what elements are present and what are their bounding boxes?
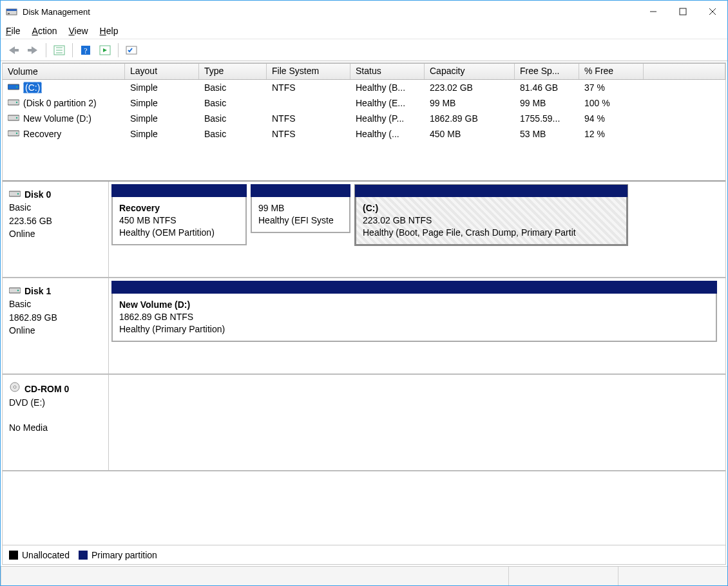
- cell-type: Basic: [199, 97, 267, 109]
- volume-list[interactable]: Volume Layout Type File System Status Ca…: [3, 63, 725, 182]
- disk-graphic-view: Disk 0 Basic 223.56 GB Online Recovery 4…: [3, 182, 725, 545]
- refresh-button[interactable]: [97, 43, 113, 58]
- cell-capacity: 223.02 GB: [425, 82, 515, 93]
- disk-pane: CD-ROM 0 DVD (E:) No Media: [3, 375, 725, 471]
- drive-icon: [8, 98, 19, 108]
- minimize-button[interactable]: [638, 1, 668, 23]
- toolbar: ?: [1, 39, 727, 61]
- window-title: Disk Management: [23, 7, 90, 17]
- partition-status: Healthy (Boot, Page File, Crash Dump, Pr…: [363, 227, 576, 238]
- partition[interactable]: New Volume (D:) 1862.89 GB NTFS Healthy …: [111, 281, 717, 371]
- toolbar-separator: [118, 43, 119, 57]
- toolbar-separator: [46, 43, 46, 57]
- cell-layout: Simple: [125, 113, 199, 124]
- col-header-freespace[interactable]: Free Sp...: [515, 64, 579, 79]
- menubar: File Action View Help: [1, 23, 727, 39]
- disk-size: 1862.89 GB: [9, 311, 102, 324]
- svg-rect-26: [9, 191, 21, 196]
- svg-rect-17: [126, 46, 137, 54]
- drive-icon: [8, 113, 19, 124]
- partition-status: Healthy (OEM Partition): [119, 227, 215, 238]
- disk-state: Online: [9, 227, 102, 240]
- svg-point-31: [14, 386, 16, 388]
- cell-layout: Simple: [125, 82, 199, 93]
- volume-row[interactable]: (C:) Simple Basic NTFS Healthy (B... 223…: [3, 80, 725, 95]
- partition-header: [111, 281, 717, 294]
- volume-row[interactable]: (Disk 0 partition 2) Simple Basic Health…: [3, 95, 725, 111]
- partition-size: 450 MB NTFS: [119, 215, 177, 225]
- volume-name: Recovery: [23, 129, 61, 139]
- disk-label[interactable]: Disk 0 Basic 223.56 GB Online: [3, 182, 109, 277]
- partition-title: (C:): [363, 203, 378, 213]
- partition[interactable]: (C:) 223.02 GB NTFS Healthy (Boot, Page …: [354, 184, 628, 274]
- cell-status: Healthy (E...: [350, 97, 425, 109]
- disk-name: Disk 1: [24, 285, 51, 298]
- cell-capacity: 99 MB: [425, 97, 515, 109]
- drive-icon: [9, 188, 21, 201]
- show-hide-console-tree-button[interactable]: [52, 43, 67, 58]
- volume-rows: (C:) Simple Basic NTFS Healthy (B... 223…: [3, 80, 725, 180]
- cell-capacity: 1862.89 GB: [425, 113, 515, 124]
- partition-body: (C:) 223.02 GB NTFS Healthy (Boot, Page …: [354, 197, 628, 246]
- cell-volume: Recovery: [3, 128, 125, 140]
- disk-partitions: [109, 375, 725, 470]
- cell-volume: (C:): [3, 81, 125, 94]
- close-button[interactable]: [698, 1, 727, 23]
- volume-name: New Volume (D:): [23, 113, 91, 124]
- svg-rect-1: [6, 9, 17, 11]
- disk-state: No Media: [9, 421, 102, 434]
- volume-list-header[interactable]: Volume Layout Type File System Status Ca…: [3, 63, 725, 80]
- col-header-capacity[interactable]: Capacity: [425, 64, 515, 79]
- cell-volume: (Disk 0 partition 2): [3, 97, 125, 109]
- disk-size: 223.56 GB: [9, 214, 102, 227]
- volume-row[interactable]: New Volume (D:) Simple Basic NTFS Health…: [3, 111, 725, 126]
- col-header-filesystem[interactable]: File System: [267, 64, 350, 79]
- status-cell: [618, 567, 727, 585]
- status-cell: [508, 567, 618, 585]
- partition-size: 223.02 GB NTFS: [363, 215, 432, 225]
- partition-body: Recovery 450 MB NTFS Healthy (OEM Partit…: [111, 197, 247, 245]
- disk-partitions: New Volume (D:) 1862.89 GB NTFS Healthy …: [109, 278, 725, 373]
- menu-view[interactable]: View: [69, 26, 88, 36]
- volume-row[interactable]: Recovery Simple Basic NTFS Healthy (... …: [3, 126, 725, 142]
- disk-management-window: Disk Management File Action View Help ? …: [0, 0, 728, 586]
- cell-type: Basic: [199, 113, 267, 124]
- drive-icon: [9, 285, 21, 298]
- disk-pane: Disk 1 Basic 1862.89 GB Online New Volum…: [3, 278, 725, 375]
- cell-status: Healthy (P...: [350, 113, 425, 124]
- svg-point-23: [16, 117, 17, 118]
- partition[interactable]: Recovery 450 MB NTFS Healthy (OEM Partit…: [111, 184, 247, 274]
- forward-button[interactable]: [25, 43, 41, 58]
- col-header-extra[interactable]: [644, 64, 725, 79]
- cell-status: Healthy (...: [350, 128, 425, 140]
- svg-marker-16: [103, 48, 107, 52]
- back-button[interactable]: [6, 43, 21, 58]
- menu-help[interactable]: Help: [100, 26, 119, 36]
- swatch-primary-icon: [79, 551, 88, 560]
- col-header-volume[interactable]: Volume: [3, 64, 125, 79]
- drive-icon: [8, 82, 19, 93]
- col-header-pctfree[interactable]: % Free: [579, 64, 644, 79]
- maximize-button[interactable]: [668, 1, 698, 23]
- svg-text:?: ?: [84, 46, 87, 55]
- menu-action[interactable]: Action: [32, 26, 57, 36]
- cell-freespace: 99 MB: [515, 97, 579, 109]
- partition[interactable]: 99 MB Healthy (EFI Syste: [251, 184, 350, 274]
- disk-label[interactable]: Disk 1 Basic 1862.89 GB Online: [3, 278, 109, 373]
- partition-status: Healthy (EFI Syste: [258, 215, 334, 225]
- col-header-layout[interactable]: Layout: [125, 64, 199, 79]
- cell-type: Basic: [199, 82, 267, 93]
- legend: Unallocated Primary partition: [3, 545, 725, 564]
- svg-point-21: [16, 102, 17, 103]
- disk-label[interactable]: CD-ROM 0 DVD (E:) No Media: [3, 375, 109, 470]
- menu-file[interactable]: File: [6, 26, 21, 36]
- volume-name: (C:): [23, 82, 42, 93]
- settings-button[interactable]: [124, 43, 139, 58]
- cdrom-icon: [9, 381, 21, 396]
- col-header-status[interactable]: Status: [350, 64, 425, 79]
- legend-unallocated-label: Unallocated: [22, 550, 70, 560]
- cell-freespace: 81.46 GB: [515, 82, 579, 93]
- col-header-type[interactable]: Type: [199, 64, 267, 79]
- help-button[interactable]: ?: [78, 43, 93, 58]
- status-cell: [1, 567, 508, 585]
